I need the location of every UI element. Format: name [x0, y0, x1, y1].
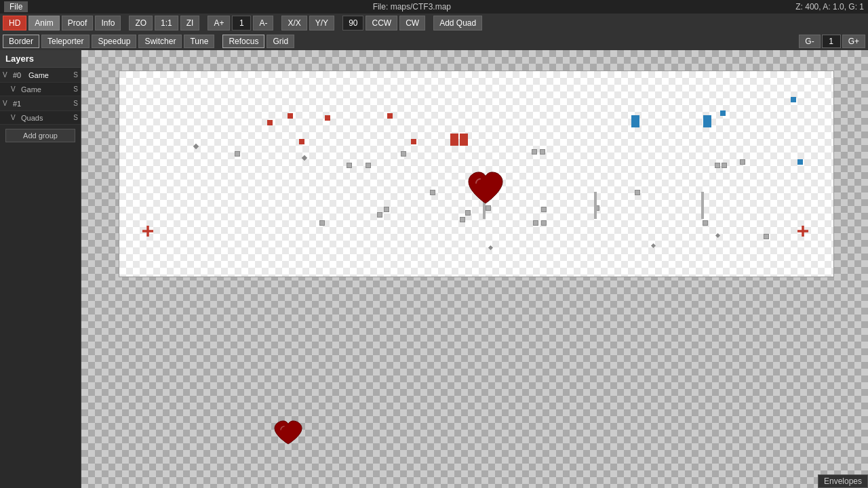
layers-header: Layers — [0, 50, 81, 68]
file-menu[interactable]: File — [4, 1, 28, 12]
tune-button[interactable]: Tune — [184, 35, 214, 48]
g-value: 1 — [822, 35, 841, 48]
toolbar-1: HD Anim Proof Info ZO 1:1 ZI A+ 1 A- X/X… — [0, 14, 868, 33]
speedup-button[interactable]: Speedup — [92, 35, 136, 48]
box-small-3 — [541, 207, 547, 212]
add-quad-button[interactable]: Add Quad — [433, 16, 482, 30]
blue-flag-2 — [703, 115, 711, 127]
add-group-button[interactable]: Add group — [5, 129, 75, 142]
map-viewport — [119, 70, 834, 277]
box-2 — [486, 205, 491, 211]
blue-flag-1 — [631, 115, 639, 127]
zi-button[interactable]: ZI — [180, 16, 200, 30]
layer-row-1[interactable]: V #1 S — [0, 96, 81, 111]
a-minus-button[interactable]: A- — [253, 16, 273, 30]
red-flag-2 — [460, 134, 468, 146]
layer-group-1: V #1 S V Quads S — [0, 96, 81, 125]
box-small-1 — [460, 217, 465, 222]
1to1-button[interactable]: 1:1 — [155, 16, 178, 30]
heart-small — [273, 420, 303, 447]
layer-s-1[interactable]: S — [73, 100, 78, 107]
border-button[interactable]: Border — [3, 35, 39, 48]
red-entity-2 — [267, 120, 273, 125]
layer-sub-game0[interactable]: V Game S — [0, 83, 81, 96]
row-box-5 — [764, 234, 769, 239]
deg90-value: 90 — [342, 16, 363, 30]
canvas-area[interactable] — [81, 50, 868, 488]
heart-large — [465, 169, 506, 207]
spawn-3 — [366, 163, 371, 168]
cw-button[interactable]: CW — [399, 16, 425, 30]
layer-sub-quads[interactable]: V Quads S — [0, 111, 81, 125]
layer-num-0: #0 — [13, 71, 26, 79]
titlebar: File File: maps/CTF3.map Z: 400, A: 1.0,… — [0, 0, 868, 14]
spawn-1 — [235, 151, 240, 157]
red-dot-1 — [411, 139, 416, 144]
marker-3 — [488, 245, 493, 250]
blue-entity-3 — [797, 159, 803, 165]
hd-button[interactable]: HD — [3, 16, 26, 30]
a-plus-button[interactable]: A+ — [208, 16, 230, 30]
g-controls: G- 1 G+ — [799, 35, 865, 48]
status-bar: Z: 400, A: 1.0, G: 1 — [795, 2, 864, 12]
marker-2 — [302, 155, 307, 161]
spawn-6 — [540, 149, 545, 155]
box-7 — [740, 159, 745, 165]
layer-check-0: V — [3, 71, 11, 79]
cross-red-1 — [142, 226, 153, 237]
box-6 — [722, 163, 727, 168]
box-5 — [715, 163, 720, 168]
layer-sub-name-0: Game — [21, 85, 71, 94]
marker-4 — [651, 243, 656, 248]
red-entity-4 — [387, 113, 393, 119]
ccw-button[interactable]: CCW — [366, 16, 397, 30]
barrier-1 — [483, 192, 486, 219]
box-4 — [635, 190, 640, 195]
blue-entity-1 — [720, 110, 726, 116]
box-3 — [594, 205, 599, 211]
grid-button[interactable]: Grid — [267, 35, 294, 48]
layers-panel: Layers V #0 Game S V Game S V #1 S V Qua… — [0, 50, 81, 488]
g-minus-button[interactable]: G- — [799, 35, 820, 48]
anim-button[interactable]: Anim — [28, 16, 59, 30]
layer-sub-check-0: V — [11, 85, 19, 93]
file-title: File: maps/CTF3.map — [373, 2, 451, 12]
toolbar-2: Border Teleporter Speedup Switcher Tune … — [0, 33, 868, 50]
layer-check-1: V — [3, 100, 11, 107]
teleporter-button[interactable]: Teleporter — [41, 35, 90, 48]
refocus-button[interactable]: Refocus — [222, 35, 264, 48]
cross-red-2 — [797, 226, 808, 237]
layer-s-0[interactable]: S — [73, 71, 78, 79]
envelopes-button[interactable]: Envelopes — [818, 474, 868, 488]
box-small-2 — [465, 210, 471, 216]
barrier-2 — [594, 192, 597, 219]
spawn-5 — [532, 149, 537, 155]
zo-button[interactable]: ZO — [129, 16, 153, 30]
red-dot-2 — [299, 139, 304, 144]
switcher-button[interactable]: Switcher — [138, 35, 182, 48]
y-slash-y-button[interactable]: Y/Y — [309, 16, 334, 30]
info-button[interactable]: Info — [95, 16, 121, 30]
box-1 — [430, 190, 435, 195]
box-small-5 — [384, 207, 389, 212]
proof-button[interactable]: Proof — [62, 16, 94, 30]
marker-1 — [193, 144, 199, 149]
a-value: 1 — [232, 16, 251, 30]
layer-name-0: Game — [28, 71, 71, 79]
g-plus-button[interactable]: G+ — [842, 35, 865, 48]
row-box-3 — [541, 220, 547, 226]
red-flag-1 — [450, 134, 458, 146]
barrier-3 — [701, 192, 704, 219]
x-slash-y-button[interactable]: X/X — [281, 16, 307, 30]
layer-num-1: #1 — [13, 100, 26, 108]
red-entity-3 — [325, 115, 330, 121]
red-entity-1 — [288, 113, 293, 119]
row-box-1 — [319, 220, 325, 226]
layer-sub-name-1: Quads — [21, 114, 71, 122]
box-small-4 — [377, 212, 382, 218]
layer-row-game0[interactable]: V #0 Game S — [0, 68, 81, 83]
layer-group-0: V #0 Game S V Game S — [0, 68, 81, 96]
layer-sub-check-1: V — [11, 114, 19, 121]
layer-sub-s-0[interactable]: S — [73, 85, 78, 93]
layer-sub-s-1[interactable]: S — [73, 114, 78, 121]
